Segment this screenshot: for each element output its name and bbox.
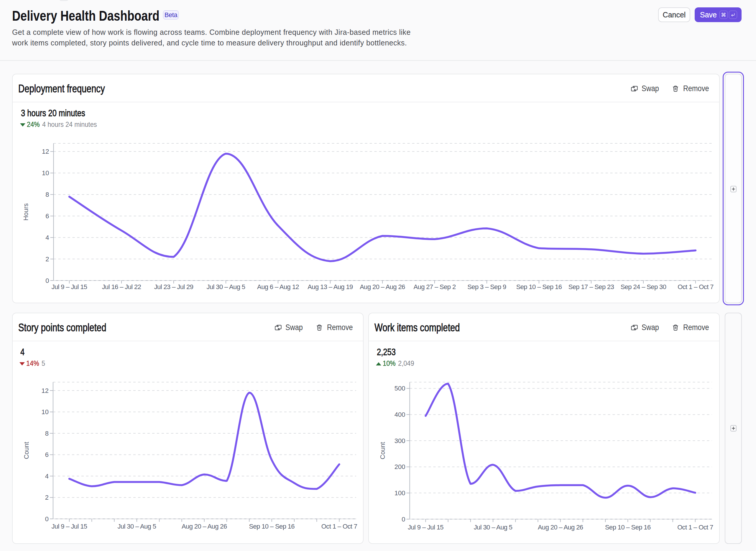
svg-text:2: 2	[45, 255, 49, 263]
svg-text:400: 400	[395, 411, 405, 418]
svg-text:Sep 17 – Sep 23: Sep 17 – Sep 23	[568, 283, 614, 291]
svg-text:Aug 20 – Aug 26: Aug 20 – Aug 26	[182, 523, 227, 530]
svg-text:Oct 1 – Oct 7: Oct 1 – Oct 7	[321, 523, 357, 530]
svg-text:12: 12	[42, 387, 49, 394]
svg-text:Jul 9 – Jul 15: Jul 9 – Jul 15	[52, 523, 87, 530]
svg-text:Aug 20 – Aug 26: Aug 20 – Aug 26	[360, 283, 405, 291]
svg-text:0: 0	[45, 515, 49, 523]
svg-text:10: 10	[42, 169, 49, 177]
svg-text:100: 100	[395, 489, 405, 497]
svg-text:Hours: Hours	[22, 203, 29, 221]
svg-text:Jul 30 – Aug 5: Jul 30 – Aug 5	[207, 283, 245, 291]
svg-text:12: 12	[42, 148, 49, 155]
svg-text:Aug 20 – Aug 26: Aug 20 – Aug 26	[538, 524, 583, 531]
svg-text:4: 4	[45, 473, 49, 480]
svg-text:Sep 10 – Sep 16: Sep 10 – Sep 16	[605, 524, 651, 531]
svg-text:Count: Count	[23, 442, 30, 459]
svg-text:Aug 13 – Aug 19: Aug 13 – Aug 19	[308, 283, 353, 291]
svg-text:6: 6	[45, 451, 49, 458]
svg-text:8: 8	[45, 430, 49, 437]
svg-text:2: 2	[45, 494, 49, 501]
svg-text:500: 500	[395, 385, 405, 392]
svg-text:10: 10	[42, 408, 49, 416]
svg-text:Oct 1 – Oct 7: Oct 1 – Oct 7	[677, 524, 713, 531]
svg-text:0: 0	[402, 516, 405, 523]
svg-text:Sep 3 – Sep 9: Sep 3 – Sep 9	[467, 283, 506, 291]
svg-text:Sep 10 – Sep 16: Sep 10 – Sep 16	[516, 283, 562, 291]
svg-text:0: 0	[45, 277, 49, 285]
svg-text:Jul 30 – Aug 5: Jul 30 – Aug 5	[474, 524, 512, 531]
svg-text:Oct 1 – Oct 7: Oct 1 – Oct 7	[678, 283, 714, 291]
svg-text:Count: Count	[379, 442, 386, 459]
svg-text:Jul 30 – Aug 5: Jul 30 – Aug 5	[118, 523, 156, 530]
svg-text:Aug 27 – Sep 2: Aug 27 – Sep 2	[414, 283, 456, 291]
svg-text:Sep 10 – Sep 16: Sep 10 – Sep 16	[249, 523, 295, 530]
svg-text:200: 200	[395, 463, 405, 471]
svg-text:6: 6	[45, 212, 49, 220]
svg-text:Jul 23 – Jul 29: Jul 23 – Jul 29	[154, 283, 193, 291]
svg-text:Aug 6 – Aug 12: Aug 6 – Aug 12	[257, 283, 299, 291]
svg-text:4: 4	[45, 234, 49, 241]
svg-text:8: 8	[45, 191, 49, 198]
svg-text:Sep 24 – Sep 30: Sep 24 – Sep 30	[621, 283, 666, 291]
svg-text:300: 300	[395, 437, 405, 445]
svg-text:Jul 9 – Jul 15: Jul 9 – Jul 15	[408, 524, 443, 531]
svg-text:Jul 9 – Jul 15: Jul 9 – Jul 15	[52, 283, 87, 291]
svg-text:Jul 16 – Jul 22: Jul 16 – Jul 22	[102, 283, 141, 291]
